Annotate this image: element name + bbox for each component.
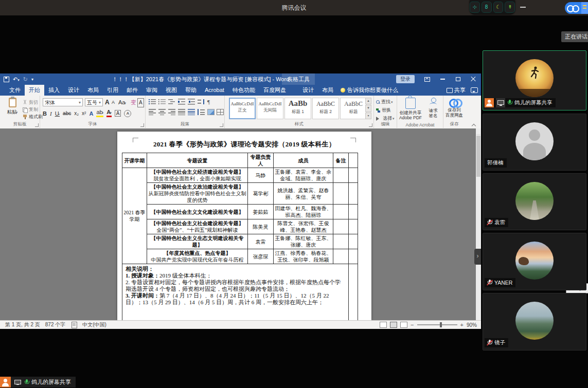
- italic-button[interactable]: I: [50, 110, 52, 117]
- web-layout-icon[interactable]: [400, 322, 407, 328]
- share-button[interactable]: 共享: [447, 86, 466, 94]
- superscript-button[interactable]: x²: [82, 110, 86, 116]
- participant-tile[interactable]: YANER: [483, 233, 586, 290]
- collapse-ribbon-icon[interactable]: [472, 124, 476, 126]
- show-formatting-marks-icon[interactable]: ¶: [207, 99, 210, 105]
- word-count[interactable]: 872 个字: [45, 321, 65, 328]
- numbered-list-icon[interactable]: [158, 99, 166, 105]
- subscript-button[interactable]: x₂: [74, 110, 79, 116]
- style-heading1[interactable]: AaBb 标题 1: [284, 98, 311, 119]
- comments-icon[interactable]: [471, 87, 478, 93]
- borders-icon[interactable]: [217, 109, 224, 115]
- shrink-font-button[interactable]: A: [112, 98, 115, 106]
- increase-indent-icon[interactable]: [188, 99, 195, 105]
- print-layout-icon[interactable]: [390, 322, 397, 328]
- grow-font-button[interactable]: A: [105, 98, 110, 106]
- styles-more-icon[interactable]: ▾: [365, 113, 371, 119]
- phonetic-guide-button[interactable]: 变: [131, 98, 136, 106]
- character-border-button[interactable]: A: [137, 98, 144, 107]
- tab-file[interactable]: 文件: [5, 85, 25, 96]
- tab-layout[interactable]: 布局: [83, 85, 103, 96]
- page-indicator[interactable]: 第 1 页, 共 2 页: [5, 321, 40, 328]
- dialog-launcher-icon[interactable]: [369, 123, 372, 127]
- find-button[interactable]: 查找▾: [376, 99, 393, 105]
- zoom-in-button[interactable]: +: [460, 322, 464, 328]
- dialog-launcher-icon[interactable]: [220, 123, 223, 127]
- vertical-scrollbar[interactable]: [476, 128, 481, 320]
- sidebar-toggle-chevron[interactable]: [474, 249, 481, 265]
- line-spacing-icon[interactable]: [198, 109, 205, 115]
- paste-button[interactable]: 粘贴▾: [3, 98, 22, 123]
- align-left-icon[interactable]: [149, 109, 156, 115]
- tab-home[interactable]: 开始: [25, 85, 44, 96]
- close-window-icon[interactable]: [466, 73, 481, 85]
- tab-design[interactable]: 设计: [64, 85, 83, 96]
- style-normal[interactable]: AaBbCcDdI 正文: [229, 98, 256, 119]
- sort-icon[interactable]: [198, 99, 205, 105]
- zoom-out-button[interactable]: −: [411, 322, 414, 328]
- underline-button[interactable]: U▾: [55, 110, 60, 117]
- minimize-icon[interactable]: [520, 7, 526, 8]
- tab-insert[interactable]: 插入: [44, 85, 64, 96]
- save-icon[interactable]: [4, 77, 9, 82]
- language-indicator[interactable]: 中文(中国): [82, 321, 106, 328]
- tab-acrobat[interactable]: Acrobat: [201, 85, 228, 96]
- bullet-list-icon[interactable]: [149, 99, 156, 105]
- distribute-icon[interactable]: [188, 109, 195, 115]
- decrease-indent-icon[interactable]: [178, 99, 186, 105]
- tab-review[interactable]: 审阅: [142, 85, 162, 96]
- styles-gallery-scroll[interactable]: ▲ ▼ ▾: [365, 98, 371, 119]
- tell-me-box[interactable]: 告诉我你想要做什么: [337, 85, 401, 96]
- tab-table-layout[interactable]: 布局: [318, 85, 337, 96]
- font-color-button[interactable]: A▾: [106, 109, 111, 117]
- customize-qat-icon[interactable]: ▾: [31, 77, 33, 82]
- font-size-select[interactable]: 五号▾: [85, 98, 103, 106]
- counter-icon[interactable]: 8: [482, 2, 492, 13]
- style-title[interactable]: AaBbC 标题: [340, 98, 367, 119]
- font-family-select[interactable]: 宋体▾: [43, 98, 83, 106]
- minimize-window-icon[interactable]: [435, 73, 450, 85]
- change-case-button[interactable]: Aa▾: [118, 98, 126, 106]
- participant-tile[interactable]: 镜子: [483, 293, 586, 350]
- login-button[interactable]: 登录: [396, 75, 415, 83]
- highlight-button[interactable]: ab▾: [96, 109, 103, 117]
- enclose-characters-button[interactable]: A: [124, 110, 131, 117]
- dialog-launcher-icon[interactable]: [140, 123, 144, 127]
- ribbon-display-options-icon[interactable]: [419, 73, 435, 85]
- shading-icon[interactable]: [207, 109, 215, 115]
- tab-special-features[interactable]: 特色功能: [228, 85, 259, 96]
- zoom-slider[interactable]: [417, 324, 457, 325]
- styles-scroll-down-icon[interactable]: ▼: [365, 105, 371, 112]
- align-right-icon[interactable]: [168, 109, 176, 115]
- participant-tile[interactable]: 郭倩楠: [483, 114, 586, 171]
- proofing-icon[interactable]: [72, 322, 77, 328]
- scrollbar-thumb[interactable]: [476, 136, 480, 177]
- read-mode-icon[interactable]: [380, 322, 387, 328]
- tab-view[interactable]: 视图: [162, 85, 181, 96]
- bold-button[interactable]: B: [43, 110, 47, 117]
- request-signature-button[interactable]: 请求 签名: [424, 98, 442, 118]
- tab-mailings[interactable]: 邮件: [122, 85, 142, 96]
- document-page[interactable]: 2021 春季《形势与政策》课理论专题安排（2019 级本科生） 开课学期 专题…: [117, 132, 371, 320]
- multilevel-list-icon[interactable]: [168, 99, 176, 105]
- text-effects-button[interactable]: A: [89, 110, 93, 117]
- moon-icon[interactable]: ☾: [493, 2, 504, 13]
- character-shading-button[interactable]: A: [115, 110, 121, 117]
- dialog-launcher-icon[interactable]: [35, 123, 39, 127]
- tab-baidu-netdisk[interactable]: 百度网盘: [259, 85, 290, 96]
- style-no-spacing[interactable]: AaBbCcDdI 无间隔: [257, 98, 283, 119]
- create-share-pdf-button[interactable]: 创建并共享 Adobe PDF: [398, 98, 423, 120]
- replace-button[interactable]: 替换: [376, 107, 391, 114]
- zoom-slider-thumb[interactable]: [440, 322, 442, 327]
- netdisk-pill[interactable]: [565, 2, 588, 14]
- styles-scroll-up-icon[interactable]: ▲: [365, 98, 371, 104]
- align-center-icon[interactable]: [158, 109, 166, 115]
- style-heading2[interactable]: AaBbC 标题 2: [312, 98, 339, 119]
- tab-help[interactable]: 帮助: [181, 85, 201, 96]
- scroll-up-icon[interactable]: [476, 130, 480, 135]
- undo-icon[interactable]: ↶▾: [13, 76, 20, 83]
- participant-tile[interactable]: 袁雷: [483, 173, 586, 230]
- rocket-icon[interactable]: ↟: [505, 2, 515, 13]
- restore-window-icon[interactable]: [450, 73, 466, 85]
- redo-icon[interactable]: ↻: [23, 76, 28, 83]
